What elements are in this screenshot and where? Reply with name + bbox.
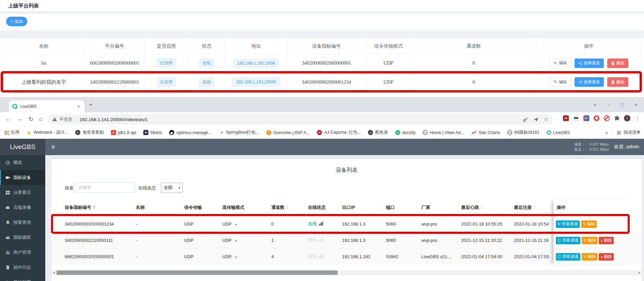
bookmark-starcharts[interactable]: Star Charts <box>471 130 500 135</box>
sidebar-item-gb-devices[interactable]: 国标设备 <box>0 170 45 185</box>
bookmark-github[interactable]: optimus-manage... <box>169 130 212 135</box>
add-platform-button[interactable]: + 添加 <box>6 17 27 26</box>
sidebar-item-cloud-recording[interactable]: 云端录像 <box>0 200 45 215</box>
key-icon[interactable] <box>523 117 528 122</box>
file-icon <box>5 265 10 270</box>
sidebar-item-user-management[interactable]: 用户管理 <box>0 245 45 260</box>
minimize-icon[interactable]: – <box>602 102 615 108</box>
col-channels: 通道数 <box>411 38 536 54</box>
col-gb-id[interactable]: 设备国标编号▲▼ <box>51 199 133 216</box>
horizontal-scrollbar[interactable]: ◄ ► <box>51 270 642 275</box>
update-channels-button[interactable]: ↻更新通道 <box>556 220 580 228</box>
bookmark-jsip[interactable]: Overview (JSIP A... <box>266 130 310 135</box>
delete-button[interactable]: 删除 <box>607 77 628 87</box>
bookmark-apps[interactable]: 应用 <box>5 130 19 135</box>
fe-extension-icon[interactable]: FE <box>583 115 589 121</box>
col-registered[interactable]: 最近注册▲▼ <box>511 199 551 216</box>
view-channels-button[interactable]: i查看通道 <box>556 253 580 261</box>
bookmark-ajcaptcha[interactable]: GAJ-Captcha: 行为... <box>317 130 361 135</box>
incognito-extension-icon[interactable] <box>573 115 579 121</box>
livegbs-favicon <box>12 104 17 109</box>
view-channels-button[interactable]: i查看通道 <box>556 237 580 244</box>
edit-device-button[interactable]: ✎编辑 <box>581 220 597 228</box>
select-channel-button[interactable]: 选择通道 <box>575 77 604 87</box>
delete-button[interactable]: 删除 <box>607 59 628 68</box>
maximize-icon[interactable]: □ <box>615 102 629 108</box>
bookmark-livegbs[interactable]: LiveGBS <box>547 130 570 135</box>
tab-close-icon[interactable]: × <box>76 104 81 109</box>
scrollbar-thumb[interactable] <box>57 270 338 275</box>
browser-toolbar: ← → ↻ ⌂ 不安全 192.168.1.141:20000/#/device… <box>0 112 644 127</box>
address-bar[interactable]: 不安全 192.168.1.141:20000/#/devices/1 ☆ <box>48 114 553 125</box>
device-panel: 设备列表 搜索 在线状态 全部 ▾ <box>51 158 642 281</box>
bookmarks-bar: 应用 ◈Webstack - 设计... ↻免登录复制 Ojdk1.8 api … <box>0 127 644 139</box>
app-header: LiveGBS ≡ 接收 ↑： 0.037 Mbps 发送 ↓： 0.021 M… <box>0 139 644 155</box>
new-tab-button[interactable]: + <box>89 101 93 109</box>
stream-mode-dropdown[interactable]: UDP▾ <box>220 216 269 232</box>
puzzle-extensions-icon[interactable] <box>614 116 619 121</box>
traffic-chart-icon[interactable] <box>319 221 323 226</box>
send-icon[interactable] <box>533 117 538 122</box>
search-input[interactable] <box>75 182 135 193</box>
js-extension-icon[interactable]: JS <box>563 115 569 121</box>
bookmark-motrix[interactable]: MMotrix <box>143 130 162 135</box>
edit-button[interactable]: ✎ 编辑 <box>549 59 571 68</box>
livegbs-icon <box>547 130 551 135</box>
close-icon[interactable]: × <box>629 102 643 108</box>
chevron-down-icon: ▾ <box>235 223 237 226</box>
col-actions: 操作 <box>553 199 630 216</box>
bookmarks-overflow-icon[interactable]: » <box>605 130 608 135</box>
edit-device-button[interactable]: ✎编辑 <box>582 237 597 244</box>
adblock-hand-extension-icon[interactable] <box>594 115 599 121</box>
edit-device-button[interactable]: ✎编辑 <box>582 253 597 261</box>
col-heartbeat[interactable]: 最近心跳▲▼ <box>458 199 511 216</box>
tab-search-icon[interactable]: ∨ <box>588 102 602 107</box>
welcome-user[interactable]: 欢迎, admin <box>614 144 639 150</box>
app-logo[interactable]: LiveGBS <box>0 139 45 155</box>
browser-menu-icon[interactable]: ⋮ <box>635 115 640 121</box>
search-label: 搜索 <box>65 185 74 191</box>
sidebar-item-basic-config[interactable]: 基础配置 <box>0 275 45 281</box>
back-icon[interactable]: ← <box>5 116 11 122</box>
bookmark-vben[interactable]: Home | Vben Ad... <box>423 130 464 135</box>
blocker-extension-icon[interactable] <box>604 115 610 121</box>
browser-tab[interactable]: LiveGBS × <box>9 100 84 112</box>
sidebar-item-overview[interactable]: 概览 <box>0 155 45 170</box>
online-status-select[interactable]: 全部 ▾ <box>161 183 183 193</box>
docsify-icon: ☺ <box>395 130 400 135</box>
bookmark-star-icon[interactable]: ☆ <box>544 116 548 122</box>
reload-icon[interactable]: ↻ <box>29 116 33 123</box>
copy-site-icon: ↻ <box>75 130 80 135</box>
stream-mode-dropdown[interactable]: UDP▾ <box>220 232 269 248</box>
close-icon: × <box>600 238 602 243</box>
delete-device-button[interactable]: ×删除 <box>599 237 613 244</box>
github-icon <box>169 130 174 135</box>
bookmark-jdk[interactable]: Ojdk1.8 api <box>111 130 136 135</box>
scroll-left-icon[interactable]: ◄ <box>51 270 57 275</box>
sidebar-item-gb-cascade[interactable]: 国标级联 <box>0 230 45 245</box>
delete-device-button[interactable]: ×删除 <box>599 253 613 261</box>
sidebar-item-split-screen[interactable]: 分屏展示 <box>0 185 45 200</box>
sidebar-toggle-icon[interactable]: ≡ <box>51 144 55 151</box>
forward-icon[interactable]: → <box>17 116 23 122</box>
pencil-icon: ✎ <box>583 254 586 259</box>
sidebar-item-alarm-query[interactable]: 报警查询 <box>0 215 45 230</box>
bookmark-webstack[interactable]: ◈Webstack - 设计... <box>27 130 68 135</box>
bookmark-springboot[interactable]: «SpringBoot打包... <box>219 130 259 135</box>
cloud-icon <box>5 205 10 210</box>
actions-row: i查看通道 ✎编辑 ×删除 <box>553 232 630 248</box>
home-icon[interactable]: ⌂ <box>39 116 42 122</box>
col-name: 名称 <box>3 38 85 54</box>
select-channel-button[interactable]: 选择通道 <box>575 59 604 68</box>
bookmark-gb28181[interactable]: 66国标28181 <box>507 130 540 135</box>
bookmark-docsify[interactable]: ☺docsify <box>395 130 416 135</box>
stream-mode-dropdown[interactable]: UDP▾ <box>220 248 269 265</box>
col-channels[interactable]: 通道数▲▼ <box>269 199 305 216</box>
reading-list-button[interactable]: ▤阅读清单 <box>616 130 641 135</box>
bookmark-palette[interactable]: ↺配色表 <box>368 130 388 135</box>
scroll-right-icon[interactable]: ► <box>637 270 642 275</box>
sidebar-item-operation-log[interactable]: 操作日志 <box>0 260 45 275</box>
bookmark-copy[interactable]: ↻免登录复制 <box>75 130 104 135</box>
edit-button[interactable]: ✎ 编辑 <box>549 77 571 87</box>
profile-avatar[interactable]: I <box>624 115 630 121</box>
